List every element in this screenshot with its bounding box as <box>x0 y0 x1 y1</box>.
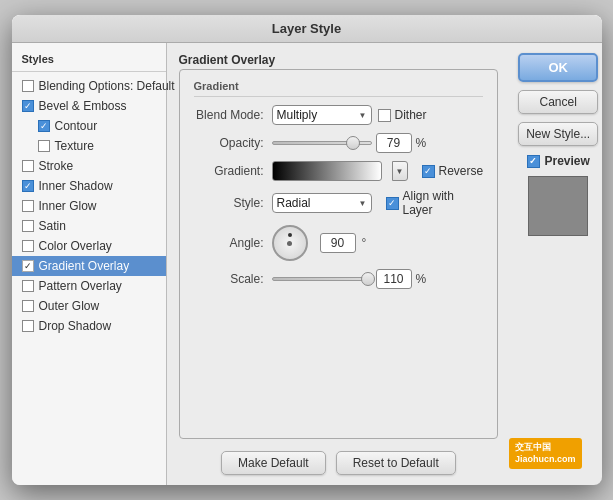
sidebar-checkbox-texture[interactable] <box>38 140 50 152</box>
watermark-subtext: Jiaohucn.com <box>515 453 576 466</box>
preview-label-text: Preview <box>545 154 590 168</box>
dialog-title: Layer Style <box>272 21 341 36</box>
preview-thumbnail <box>528 176 588 236</box>
scale-input[interactable] <box>376 269 412 289</box>
sidebar-checkbox-blending-options[interactable] <box>22 80 34 92</box>
sidebar-checkbox-contour[interactable]: ✓ <box>38 120 50 132</box>
new-style-button[interactable]: New Style... <box>518 122 598 146</box>
title-bar: Layer Style <box>12 15 602 43</box>
dither-checkbox[interactable] <box>378 109 391 122</box>
sidebar-item-blending-options[interactable]: Blending Options: Default <box>12 76 166 96</box>
ok-button[interactable]: OK <box>518 53 598 82</box>
reverse-checkbox[interactable]: ✓ <box>422 165 435 178</box>
gradient-label: Gradient: <box>194 164 264 178</box>
reverse-label: Reverse <box>439 164 484 178</box>
sidebar-label-inner-glow: Inner Glow <box>39 199 97 213</box>
angle-row: Angle: ° <box>194 225 484 261</box>
blend-mode-label: Blend Mode: <box>194 108 264 122</box>
style-dropdown[interactable]: Radial ▼ <box>272 193 372 213</box>
sidebar-label-drop-shadow: Drop Shadow <box>39 319 112 333</box>
style-control: Radial ▼ ✓ Align with Layer <box>272 189 484 217</box>
style-value: Radial <box>277 196 355 210</box>
scale-slider-thumb[interactable] <box>361 272 375 286</box>
sidebar-item-contour[interactable]: ✓Contour <box>12 116 166 136</box>
gradient-row: Gradient: ▼ ✓ Reverse <box>194 161 484 181</box>
sidebar-label-blending-options: Blending Options: Default <box>39 79 175 93</box>
blend-mode-value: Multiply <box>277 108 355 122</box>
align-label: Align with Layer <box>403 189 484 217</box>
sidebar-header: Styles <box>12 49 166 72</box>
make-default-button[interactable]: Make Default <box>221 451 326 475</box>
right-panel: OK Cancel New Style... ✓ Preview <box>510 43 601 485</box>
inner-title: Gradient <box>194 80 484 97</box>
opacity-row: Opacity: % <box>194 133 484 153</box>
sidebar-item-stroke[interactable]: Stroke <box>12 156 166 176</box>
scale-label: Scale: <box>194 272 264 286</box>
style-row: Style: Radial ▼ ✓ Align with Layer <box>194 189 484 217</box>
blend-mode-row: Blend Mode: Multiply ▼ Dither <box>194 105 484 125</box>
sidebar-item-pattern-overlay[interactable]: Pattern Overlay <box>12 276 166 296</box>
scale-slider-track[interactable] <box>272 277 372 281</box>
angle-input[interactable] <box>320 233 356 253</box>
dial-dot <box>288 233 292 237</box>
sidebar-item-gradient-overlay[interactable]: ✓Gradient Overlay <box>12 256 166 276</box>
sidebar-checkbox-satin[interactable] <box>22 220 34 232</box>
gradient-picker[interactable] <box>272 161 382 181</box>
opacity-control: % <box>272 133 427 153</box>
reset-default-button[interactable]: Reset to Default <box>336 451 456 475</box>
opacity-input[interactable] <box>376 133 412 153</box>
sidebar-item-texture[interactable]: Texture <box>12 136 166 156</box>
preview-checkbox[interactable]: ✓ <box>527 155 540 168</box>
dither-label: Dither <box>395 108 427 122</box>
main-content: Gradient Overlay Gradient Blend Mode: Mu… <box>167 43 511 485</box>
sidebar-label-stroke: Stroke <box>39 159 74 173</box>
watermark-text: 交互中国 <box>515 441 576 454</box>
gradient-control: ▼ ✓ Reverse <box>272 161 484 181</box>
sidebar-item-bevel-emboss[interactable]: ✓Bevel & Emboss <box>12 96 166 116</box>
sidebar-checkbox-bevel-emboss[interactable]: ✓ <box>22 100 34 112</box>
angle-dial[interactable] <box>272 225 308 261</box>
style-arrow-icon: ▼ <box>359 199 367 208</box>
blend-mode-control: Multiply ▼ Dither <box>272 105 427 125</box>
opacity-label: Opacity: <box>194 136 264 150</box>
align-checkbox[interactable]: ✓ <box>386 197 399 210</box>
sidebar-label-outer-glow: Outer Glow <box>39 299 100 313</box>
sidebar-label-pattern-overlay: Pattern Overlay <box>39 279 122 293</box>
sidebar-checkbox-gradient-overlay[interactable]: ✓ <box>22 260 34 272</box>
opacity-slider-thumb[interactable] <box>346 136 360 150</box>
angle-label: Angle: <box>194 236 264 250</box>
gradient-dropdown-arrow-icon[interactable]: ▼ <box>392 161 408 181</box>
blend-mode-dropdown[interactable]: Multiply ▼ <box>272 105 372 125</box>
sidebar-label-color-overlay: Color Overlay <box>39 239 112 253</box>
sidebar-label-gradient-overlay: Gradient Overlay <box>39 259 130 273</box>
dial-center <box>287 241 292 246</box>
align-option: ✓ Align with Layer <box>386 189 484 217</box>
angle-control: ° <box>272 225 367 261</box>
sidebar-checkbox-inner-glow[interactable] <box>22 200 34 212</box>
opacity-slider-track[interactable] <box>272 141 372 145</box>
sidebar-checkbox-color-overlay[interactable] <box>22 240 34 252</box>
preview-section: ✓ Preview <box>527 154 590 168</box>
sidebar-checkbox-drop-shadow[interactable] <box>22 320 34 332</box>
sidebar-item-color-overlay[interactable]: Color Overlay <box>12 236 166 256</box>
sidebar-item-outer-glow[interactable]: Outer Glow <box>12 296 166 316</box>
sidebar-label-satin: Satin <box>39 219 66 233</box>
style-label: Style: <box>194 196 264 210</box>
sidebar-checkbox-inner-shadow[interactable]: ✓ <box>22 180 34 192</box>
sidebar-label-texture: Texture <box>55 139 94 153</box>
sidebar-item-drop-shadow[interactable]: Drop Shadow <box>12 316 166 336</box>
sidebar-item-inner-shadow[interactable]: ✓Inner Shadow <box>12 176 166 196</box>
sidebar-item-satin[interactable]: Satin <box>12 216 166 236</box>
sidebar-checkbox-stroke[interactable] <box>22 160 34 172</box>
sidebar-checkbox-outer-glow[interactable] <box>22 300 34 312</box>
dither-option: Dither <box>378 108 427 122</box>
opacity-unit: % <box>416 136 427 150</box>
blend-mode-arrow-icon: ▼ <box>359 111 367 120</box>
layer-style-dialog: Layer Style Styles Blending Options: Def… <box>12 15 602 485</box>
section-box: Gradient Blend Mode: Multiply ▼ Dither <box>179 69 499 439</box>
angle-unit: ° <box>362 236 367 250</box>
cancel-button[interactable]: Cancel <box>518 90 598 114</box>
sidebar-checkbox-pattern-overlay[interactable] <box>22 280 34 292</box>
section-title: Gradient Overlay <box>179 53 499 67</box>
sidebar-item-inner-glow[interactable]: Inner Glow <box>12 196 166 216</box>
